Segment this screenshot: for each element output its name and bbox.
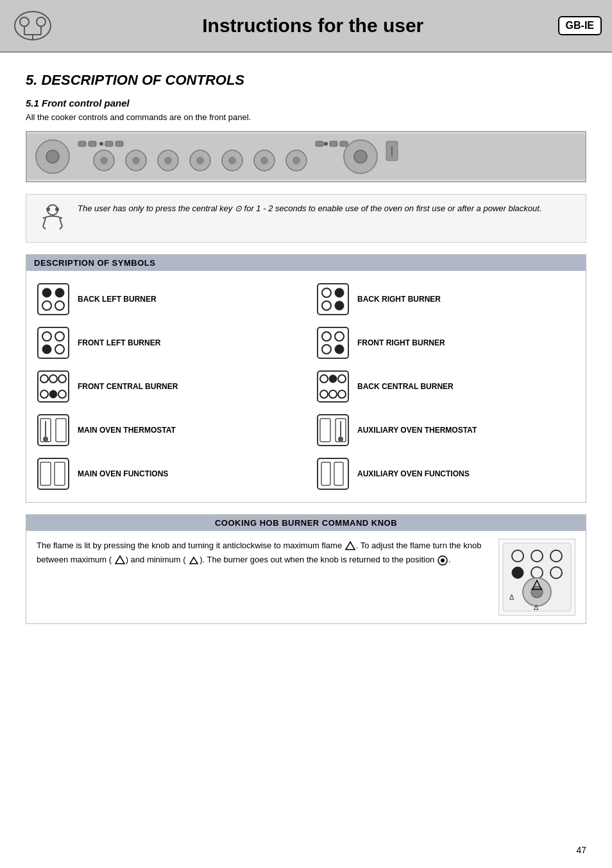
svg-rect-10 <box>78 141 86 146</box>
svg-point-62 <box>49 375 57 383</box>
svg-point-48 <box>322 301 331 310</box>
symbol-item-front-central-burner: FRONT CENTRAL BURNER <box>26 365 306 408</box>
svg-text:Δ: Δ <box>534 603 539 611</box>
svg-point-66 <box>58 390 66 398</box>
back-central-burner-icon <box>316 370 350 403</box>
main-content: 5. DESCRIPTION OF CONTROLS 5.1 Front con… <box>0 53 612 661</box>
svg-point-24 <box>228 157 236 164</box>
front-central-burner-icon <box>37 370 70 403</box>
hob-content: The flame is lit by pressing the knob an… <box>26 531 586 623</box>
back-central-burner-label: BACK CENTRAL BURNER <box>357 381 454 392</box>
symbols-section: DESCRIPTION OF SYMBOLS BACK LEFT BURNER <box>26 254 586 503</box>
symbol-item-main-oven-functions: MAIN OVEN FUNCTIONS <box>26 452 306 496</box>
symbols-grid: BACK LEFT BURNER BACK RIGHT BURNER <box>26 271 586 502</box>
svg-rect-45 <box>318 284 348 315</box>
svg-point-28 <box>293 157 300 164</box>
svg-rect-87 <box>318 458 348 489</box>
front-right-burner-icon <box>316 326 350 360</box>
svg-point-2 <box>37 17 46 26</box>
svg-point-70 <box>338 375 346 383</box>
svg-point-9 <box>46 150 59 163</box>
symbol-item-front-right-burner: FRONT RIGHT BURNER <box>306 321 586 365</box>
hob-diagram-svg: Δ Δ <box>502 542 572 612</box>
svg-rect-40 <box>38 284 69 315</box>
main-oven-functions-label: MAIN OVEN FUNCTIONS <box>78 469 168 480</box>
svg-rect-86 <box>55 462 65 485</box>
svg-point-22 <box>196 157 204 164</box>
page-title: Instructions for the user <box>68 15 558 37</box>
symbol-item-front-left-burner: FRONT LEFT BURNER <box>26 321 306 365</box>
svg-rect-32 <box>340 141 348 146</box>
header-logo <box>10 6 55 45</box>
svg-rect-31 <box>330 141 337 146</box>
svg-point-54 <box>55 345 64 354</box>
svg-point-30 <box>324 142 328 146</box>
svg-marker-91 <box>115 556 124 564</box>
svg-point-57 <box>335 332 344 341</box>
svg-point-73 <box>338 390 346 398</box>
page-header: Instructions for the user GB-IE <box>0 0 612 53</box>
hob-section-header: COOKING HOB BURNER COMMAND KNOB <box>26 515 586 531</box>
svg-marker-92 <box>190 557 198 564</box>
svg-point-34 <box>354 150 367 163</box>
front-left-burner-icon <box>37 326 70 360</box>
svg-rect-55 <box>318 327 348 358</box>
symbol-item-aux-oven-thermostat: AUXILIARY OVEN THERMOSTAT <box>306 408 586 452</box>
svg-point-83 <box>338 437 343 442</box>
svg-rect-80 <box>320 419 330 442</box>
aux-oven-functions-label: AUXILIARY OVEN FUNCTIONS <box>357 469 470 480</box>
hob-section: COOKING HOB BURNER COMMAND KNOB The flam… <box>26 514 586 624</box>
note-box: The user has only to press the central k… <box>26 194 586 243</box>
svg-point-42 <box>55 288 64 297</box>
symbols-section-header: DESCRIPTION OF SYMBOLS <box>26 255 586 271</box>
control-panel-svg <box>27 134 585 180</box>
svg-point-51 <box>42 332 51 341</box>
aux-oven-thermostat-label: AUXILIARY OVEN THERMOSTAT <box>357 425 477 436</box>
svg-rect-29 <box>316 141 323 146</box>
off-position-icon <box>437 555 448 566</box>
svg-point-1 <box>20 17 29 26</box>
max-flame-icon <box>344 541 356 552</box>
front-left-burner-label: FRONT LEFT BURNER <box>78 338 160 349</box>
svg-point-39 <box>55 207 59 211</box>
svg-point-99 <box>512 567 523 578</box>
svg-rect-85 <box>40 462 51 485</box>
svg-rect-79 <box>318 415 348 446</box>
svg-rect-11 <box>89 141 96 146</box>
back-left-burner-icon <box>37 282 70 316</box>
svg-point-64 <box>40 390 48 398</box>
front-central-burner-label: FRONT CENTRAL BURNER <box>78 381 178 392</box>
svg-rect-13 <box>105 141 113 146</box>
note-text: The user has only to press the central k… <box>78 202 542 216</box>
main-oven-thermostat-icon <box>37 413 70 447</box>
max-flame-icon-2 <box>114 555 126 566</box>
hob-diagram: Δ Δ <box>498 539 575 616</box>
svg-point-41 <box>42 288 51 297</box>
svg-point-56 <box>322 332 331 341</box>
svg-rect-88 <box>321 462 330 485</box>
svg-rect-78 <box>56 419 66 442</box>
svg-point-65 <box>49 390 57 398</box>
svg-point-46 <box>322 288 331 297</box>
section-title: 5. DESCRIPTION OF CONTROLS <box>26 72 586 89</box>
svg-marker-90 <box>346 542 355 550</box>
front-right-burner-label: FRONT RIGHT BURNER <box>357 338 445 349</box>
svg-point-49 <box>335 301 344 310</box>
svg-point-94 <box>441 559 445 562</box>
svg-point-61 <box>40 375 48 383</box>
symbol-item-main-oven-thermostat: MAIN OVEN THERMOSTAT <box>26 408 306 452</box>
svg-point-69 <box>329 375 337 383</box>
svg-rect-89 <box>334 462 343 485</box>
svg-point-71 <box>320 390 328 398</box>
back-right-burner-icon <box>316 282 350 316</box>
region-badge: GB-IE <box>558 16 602 35</box>
svg-point-52 <box>55 332 64 341</box>
svg-point-26 <box>260 157 268 164</box>
svg-point-47 <box>335 288 344 297</box>
svg-point-53 <box>42 345 51 354</box>
svg-point-18 <box>132 157 140 164</box>
main-oven-functions-icon <box>37 457 70 490</box>
main-oven-thermostat-label: MAIN OVEN THERMOSTAT <box>78 425 176 436</box>
note-icon <box>37 202 69 234</box>
svg-text:Δ: Δ <box>509 593 514 601</box>
